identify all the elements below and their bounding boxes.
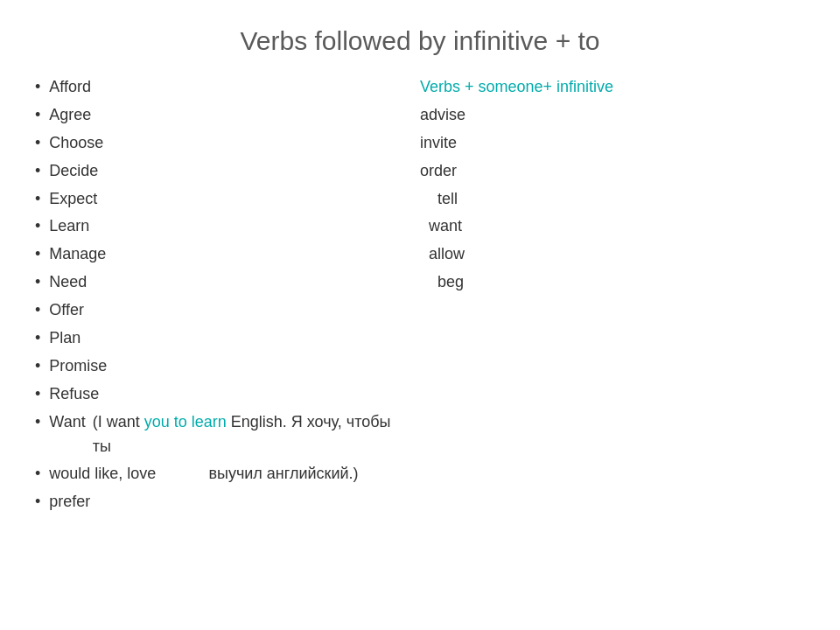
- want-example: (I want you to learn English. Я хочу, чт…: [93, 410, 402, 459]
- list-item: Learn: [35, 214, 402, 239]
- right-item: allow: [420, 242, 805, 267]
- page-title: Verbs followed by infinitive + to: [35, 26, 805, 56]
- right-item: want: [420, 214, 805, 239]
- list-item-text: Promise: [49, 354, 107, 379]
- example-highlight: you to learn: [144, 413, 227, 430]
- list-item-text: Expect: [49, 187, 97, 212]
- right-column: Verbs + someone+ infinitive advise invit…: [402, 75, 805, 518]
- list-item: Need: [35, 270, 402, 295]
- list-item-text: Refuse: [49, 382, 99, 407]
- list-item-text: Learn: [49, 214, 89, 239]
- list-item-text: Agree: [49, 103, 91, 128]
- right-item: invite: [420, 131, 805, 156]
- list-item-text: Afford: [49, 75, 91, 100]
- list-item: Afford: [35, 75, 402, 100]
- list-item-text: prefer: [49, 490, 90, 514]
- page-container: Verbs followed by infinitive + to Afford…: [0, 0, 840, 630]
- right-item: tell: [420, 187, 805, 212]
- list-item-text: Manage: [49, 242, 106, 267]
- right-header: Verbs + someone+ infinitive: [420, 75, 805, 100]
- want-label: Want: [49, 410, 85, 435]
- list-item: Choose: [35, 131, 402, 156]
- list-item-text: Decide: [49, 159, 98, 184]
- content-area: Afford Agree Choose Decide Expect Learn …: [35, 75, 805, 518]
- right-item: advise: [420, 103, 805, 128]
- list-item: Plan: [35, 326, 402, 351]
- want-list-item: Want (I want you to learn English. Я хоч…: [35, 410, 402, 459]
- example-prefix: (I want: [93, 413, 144, 430]
- left-list: Afford Agree Choose Decide Expect Learn …: [35, 75, 402, 514]
- right-item: order: [420, 159, 805, 184]
- list-item: Refuse: [35, 382, 402, 407]
- list-item: prefer: [35, 490, 402, 514]
- right-item: beg: [420, 270, 805, 295]
- list-item: would like, love выучил английский.): [35, 462, 402, 486]
- list-item-text: Plan: [49, 326, 80, 351]
- list-item: Decide: [35, 159, 402, 184]
- list-item-text: would like, love: [49, 462, 156, 486]
- list-item: Expect: [35, 187, 402, 212]
- list-item: Offer: [35, 298, 402, 323]
- list-item: Manage: [35, 242, 402, 267]
- list-item-text: Choose: [49, 131, 103, 156]
- list-item-text: Offer: [49, 298, 84, 323]
- list-item: Promise: [35, 354, 402, 379]
- left-column: Afford Agree Choose Decide Expect Learn …: [35, 75, 402, 518]
- continuation-text: выучил английский.): [208, 462, 358, 486]
- list-item-text: Need: [49, 270, 87, 295]
- list-item: Agree: [35, 103, 402, 128]
